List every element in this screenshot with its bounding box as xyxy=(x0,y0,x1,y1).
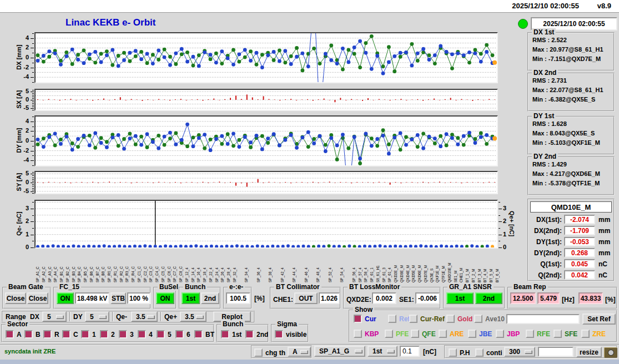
bpm-name-label: SE1_M xyxy=(454,271,457,282)
range-dy-select[interactable]: 5 xyxy=(85,311,109,322)
sigma-visible-checkbox[interactable]: visible xyxy=(275,330,306,338)
chg-th-select[interactable]: A xyxy=(288,347,311,357)
show-checkbox-pfe[interactable]: PFE xyxy=(385,330,409,338)
che1-label: CHE1: xyxy=(273,296,293,304)
sector-checkbox-2[interactable]: 2 xyxy=(100,330,115,338)
fc15-stb-button[interactable]: STB xyxy=(110,292,126,304)
threshold-input[interactable]: 0.1 xyxy=(400,346,420,357)
show-checkbox-jbe[interactable]: JBE xyxy=(468,330,492,338)
chart-canvas xyxy=(36,117,497,165)
points-select[interactable]: 300 xyxy=(504,347,535,357)
show-checkbox-kbp[interactable]: KBP xyxy=(354,330,379,338)
sector-checkbox-r[interactable]: R xyxy=(43,330,59,338)
beam-rep-hz-unit: [Hz] xyxy=(562,296,575,304)
y-minor-tick xyxy=(32,184,34,185)
show-checkbox-ref[interactable]: Ref xyxy=(388,315,410,323)
bunch-1st-button[interactable]: 1st xyxy=(182,292,200,304)
show-checkbox-cur-ref[interactable]: Cur-Ref xyxy=(409,315,445,323)
qmd-row-unit: nC xyxy=(598,260,607,268)
bpm-name-label: BT_1_M xyxy=(465,269,469,282)
bpm-name-label: SP_B3_C xyxy=(72,266,76,282)
sector-checkbox-5[interactable]: 5 xyxy=(157,330,172,338)
bpm-name-label: QXD7E_M xyxy=(424,265,427,282)
bunch-number-select[interactable]: 1st xyxy=(368,346,397,357)
show-checkbox-qfe[interactable]: QFE xyxy=(411,330,436,338)
sector-checkbox-c[interactable]: C xyxy=(62,330,78,338)
bpm-name-label: CHE1_M xyxy=(459,268,463,282)
bpm-name-label: SP_56_4 xyxy=(352,267,356,282)
sp-monitor-select[interactable]: SP_A1_G xyxy=(314,346,365,357)
ph-checkbox[interactable]: P.H xyxy=(449,348,470,357)
stat-line: Min : -7.151@QXD7E_M xyxy=(532,55,601,62)
resize-button[interactable]: resize xyxy=(576,347,602,357)
checkbox-label: 6 xyxy=(187,331,190,338)
y-axis-title: Qe- [nC] xyxy=(16,201,22,246)
beam-gate-legend: Beam Gate xyxy=(7,283,45,291)
show-checkbox-gold[interactable]: Gold xyxy=(446,315,472,323)
sector-checkbox-4[interactable]: 4 xyxy=(138,330,153,338)
show-checkbox-rfe[interactable]: RFE xyxy=(526,330,550,338)
bpm-name-label: SP_C8_C xyxy=(179,266,183,282)
show-checkbox-zre[interactable]: ZRE xyxy=(581,330,606,338)
y-minor-tick xyxy=(32,186,34,186)
sector-checkbox-6[interactable]: 6 xyxy=(175,330,190,338)
checkbox-indicator xyxy=(43,330,52,338)
conti-checkbox[interactable]: conti xyxy=(475,348,502,357)
show-checkbox-are[interactable]: ARE xyxy=(439,330,464,338)
stat-line: Min : -5.103@QXF1E_M xyxy=(532,139,600,146)
set-ref-button[interactable]: Set Ref xyxy=(582,314,616,325)
sector-checkbox-1[interactable]: 1 xyxy=(81,330,96,338)
beam-gate-close-1-button[interactable]: Close xyxy=(5,292,26,304)
y-minor-tick xyxy=(32,100,34,100)
range-qep-label: Qe+ xyxy=(164,313,177,321)
bunch-checkbox-2nd[interactable]: 2nd xyxy=(245,330,268,338)
bpm-name-label: SP_48_4 xyxy=(316,267,320,282)
fc15-on-button[interactable]: ON xyxy=(57,292,74,304)
qxd2e-label: QXD2E: xyxy=(346,296,371,304)
beam-gate-close-2-button[interactable]: Close xyxy=(27,292,48,304)
show-checkbox-ave10[interactable]: Ave10 xyxy=(474,315,505,323)
stat-group-dx-1st: DX 1stRMS : 2.522Max : 20.977@S8_61_H1Mi… xyxy=(527,32,615,71)
y-minor-tick xyxy=(32,117,34,117)
chg-th-checkbox[interactable]: chg th xyxy=(254,348,285,357)
show-checkbox-sfe[interactable]: SFE xyxy=(553,330,577,338)
sector-checkbox-b[interactable]: B xyxy=(24,330,41,338)
busel-on-button[interactable]: ON xyxy=(156,292,174,304)
bottom-strip xyxy=(0,360,619,364)
bunch-checkbox-1st[interactable]: 1st xyxy=(221,330,241,338)
sector-checkbox-3[interactable]: 3 xyxy=(119,330,134,338)
y-minor-tick-right xyxy=(499,247,500,248)
extra-input[interactable] xyxy=(538,347,573,357)
y-minor-tick xyxy=(32,48,34,48)
ref-name-input[interactable] xyxy=(506,314,580,324)
range-qep-select[interactable]: 3.5 xyxy=(180,311,207,322)
bunch-2nd-button[interactable]: 2nd xyxy=(201,292,219,304)
gr-snsr-1st-button[interactable]: 1st xyxy=(446,292,474,304)
sector-checkbox-a[interactable]: A xyxy=(6,330,22,338)
bpm-name-label: SP_28_4 xyxy=(227,267,230,282)
y-minor-tick xyxy=(32,228,34,229)
stat-line: Min : -6.382@QX5E_S xyxy=(532,96,595,103)
bpm-name-label: SP_12_4 xyxy=(185,267,189,282)
y-minor-tick xyxy=(32,102,34,102)
qmd-row-label: Q(2nd): xyxy=(530,271,562,279)
app-version: v8.9 xyxy=(597,2,611,10)
checkbox-label: 1st xyxy=(232,331,241,338)
qmd-row-value: 0.042 xyxy=(564,270,595,280)
che1-out-button[interactable]: OUT xyxy=(294,292,318,304)
qmd-row-value: 0.045 xyxy=(564,259,595,269)
camera-icon[interactable] xyxy=(604,347,617,358)
range-dx-select[interactable]: 5 xyxy=(42,311,67,322)
sector-checkbox-bt[interactable]: BT xyxy=(194,330,214,338)
show-checkbox-cur[interactable]: Cur xyxy=(354,315,376,323)
beam-rep-pct-value: 43.833 xyxy=(578,292,603,304)
y-minor-tick xyxy=(32,92,34,92)
bpm-name-label: SP_C5_C xyxy=(161,266,165,282)
gr-snsr-2nd-button[interactable]: 2nd xyxy=(475,292,502,304)
show-checkbox-jbp[interactable]: JBP xyxy=(496,330,520,338)
checkbox-indicator xyxy=(245,330,254,338)
bpm-name-label: SP_C7_C xyxy=(173,266,177,282)
y-minor-tick-right xyxy=(499,215,500,216)
range-qem-select[interactable]: 3.5 xyxy=(131,311,158,322)
bpm-name-label: QTF1E_M xyxy=(441,266,445,282)
